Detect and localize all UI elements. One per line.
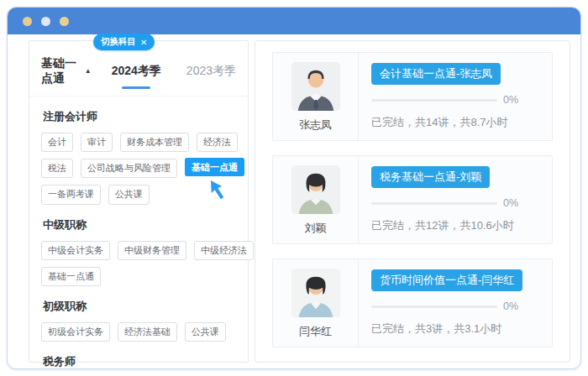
progress-bar — [371, 99, 497, 102]
section-tax-agent: 税务师 公共课 — [29, 354, 248, 376]
instructor-cell: 刘颖 — [273, 156, 359, 243]
instructor-photo-female-green-icon[interactable] — [291, 165, 340, 214]
course-progress: 0% — [371, 197, 538, 209]
tab-2024-season[interactable]: 2024考季 — [112, 64, 161, 79]
section-junior: 初级职称 初级会计实务 经济法基础 公共课 — [29, 299, 248, 342]
course-type-selector[interactable]: 基础一点通 ▲ — [41, 56, 92, 86]
active-subject-tag-wrap: 基础一点通 — [185, 159, 244, 178]
subject-tag[interactable]: 经济法 — [197, 133, 238, 152]
progress-percent: 0% — [503, 300, 518, 312]
course-meta: 已完结，共3讲，共3.1小时 — [371, 321, 538, 337]
course-list-panel: 张志凤 会计基础一点通-张志凤 0% 已完结，共14讲，共8.7小时 — [255, 40, 570, 363]
section-title: 初级职称 — [43, 299, 236, 314]
subject-tag[interactable]: 中级经济法 — [194, 241, 254, 260]
course-meta: 已完结，共12讲，共10.6小时 — [371, 218, 538, 233]
subject-tag[interactable]: 公司战略与风险管理 — [81, 159, 177, 178]
course-row[interactable]: 闫华红 货币时间价值一点通-闫华红 0% 已完结，共3讲，共3.1小时 — [272, 258, 553, 347]
progress-percent: 0% — [503, 197, 518, 209]
window-control-dot-1[interactable] — [23, 17, 32, 26]
instructor-photo-male-suit-icon[interactable] — [291, 62, 340, 111]
subject-tag[interactable]: 中级财务管理 — [118, 241, 186, 260]
instructor-cell: 张志凤 — [273, 53, 359, 140]
subject-tag[interactable]: 一备两考课 — [41, 185, 101, 204]
instructor-photo-female-blue-icon[interactable] — [291, 269, 340, 317]
tab-2023-season[interactable]: 2023考季 — [186, 64, 236, 79]
badge-close-icon[interactable]: ✕ — [140, 38, 147, 47]
subject-tag[interactable]: 公共课 — [185, 322, 226, 342]
course-info: 会计基础一点通-张志凤 0% 已完结，共14讲，共8.7小时 — [359, 53, 552, 140]
section-title: 税务师 — [43, 354, 236, 369]
instructor-name: 张志凤 — [299, 118, 332, 133]
course-meta: 已完结，共14讲，共8.7小时 — [371, 115, 538, 130]
cursor-arrow-icon — [207, 179, 227, 204]
subject-tag-active[interactable]: 基础一点通 — [185, 158, 244, 176]
subject-tag[interactable]: 税法 — [41, 159, 73, 178]
progress-percent: 0% — [503, 94, 518, 106]
subject-tag[interactable]: 审计 — [81, 133, 113, 152]
switch-subject-label: 切换科目 — [101, 36, 136, 48]
selector-label: 基础一点通 — [41, 56, 81, 86]
screen: 切换科目 ✕ 基础一点通 ▲ 2024考季 2023考季 注册会计师 会计 审计… — [0, 0, 588, 376]
browser-window: 切换科目 ✕ 基础一点通 ▲ 2024考季 2023考季 注册会计师 会计 审计… — [7, 7, 581, 369]
course-info: 税务基础一点通-刘颖 0% 已完结，共12讲，共10.6小时 — [359, 156, 552, 243]
course-title-pill[interactable]: 货币时间价值一点通-闫华红 — [371, 269, 522, 291]
instructor-name: 刘颖 — [305, 221, 327, 236]
filter-panel-header: 切换科目 ✕ 基础一点通 ▲ 2024考季 2023考季 — [29, 41, 248, 97]
subject-tag[interactable]: 基础一点通 — [41, 267, 101, 286]
instructor-cell: 闫华红 — [273, 259, 359, 347]
course-row[interactable]: 刘颖 税务基础一点通-刘颖 0% 已完结，共12讲，共10.6小时 — [272, 155, 553, 244]
subject-tag[interactable]: 公共课 — [108, 185, 150, 204]
subject-filter-panel: 切换科目 ✕ 基础一点通 ▲ 2024考季 2023考季 注册会计师 会计 审计… — [29, 40, 249, 363]
instructor-name: 闫华红 — [299, 324, 332, 339]
window-control-dot-2[interactable] — [41, 17, 50, 26]
course-title-pill[interactable]: 会计基础一点通-张志凤 — [371, 63, 501, 85]
window-titlebar — [8, 8, 580, 34]
switch-subject-badge[interactable]: 切换科目 ✕ — [93, 34, 155, 50]
subject-tag[interactable]: 会计 — [41, 133, 73, 152]
course-row[interactable]: 张志凤 会计基础一点通-张志凤 0% 已完结，共14讲，共8.7小时 — [272, 52, 553, 141]
section-intermediate: 中级职称 中级会计实务 中级财务管理 中级经济法 基础一点通 — [29, 217, 248, 286]
subject-tag[interactable]: 财务成本管理 — [120, 133, 189, 152]
subject-tag[interactable]: 经济法基础 — [118, 322, 177, 342]
course-title-pill[interactable]: 税务基础一点通-刘颖 — [371, 166, 490, 188]
section-title: 中级职称 — [43, 217, 236, 232]
subject-tag[interactable]: 中级会计实务 — [41, 241, 110, 260]
progress-bar — [371, 306, 497, 308]
window-control-dot-3[interactable] — [60, 17, 69, 26]
chevron-up-icon: ▲ — [85, 68, 92, 75]
progress-bar — [371, 202, 497, 205]
course-progress: 0% — [371, 300, 538, 312]
course-progress: 0% — [371, 94, 538, 106]
course-info: 货币时间价值一点通-闫华红 0% 已完结，共3讲，共3.1小时 — [359, 259, 552, 347]
section-title: 注册会计师 — [43, 109, 236, 124]
section-cpa: 注册会计师 会计 审计 财务成本管理 经济法 税法 公司战略与风险管理 基础一点… — [29, 109, 248, 205]
subject-tag[interactable]: 初级会计实务 — [41, 322, 110, 342]
